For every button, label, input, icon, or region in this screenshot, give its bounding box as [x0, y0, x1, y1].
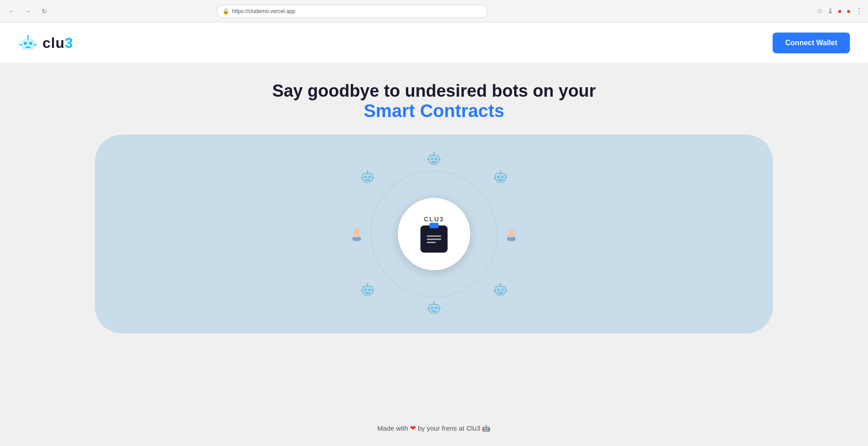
heart-icon: ❤ [410, 424, 416, 432]
connect-wallet-button[interactable]: Connect Wallet [773, 33, 850, 53]
shield-icon: 🔒 [222, 8, 229, 14]
header: clu3 Connect Wallet [0, 23, 868, 63]
svg-rect-11 [432, 161, 436, 162]
svg-rect-41 [432, 310, 436, 311]
svg-point-52 [367, 283, 368, 284]
svg-rect-48 [364, 289, 367, 291]
bookmark-icon[interactable]: ☆ [816, 7, 823, 15]
svg-rect-50 [365, 292, 370, 293]
orbit-icon-right [501, 224, 522, 244]
footer-text: Made with ❤ by your frens at Clu3 🤖 [14, 424, 854, 432]
svg-point-5 [27, 35, 29, 37]
headline-line2: Smart Contracts [272, 101, 596, 121]
back-button[interactable]: ← [5, 5, 18, 18]
svg-rect-37 [497, 294, 503, 296]
contract-icon [420, 225, 448, 253]
footer-rest: by your frens at Clu3 🤖 [418, 424, 491, 432]
svg-rect-19 [501, 176, 504, 178]
svg-rect-30 [497, 289, 500, 291]
address-bar[interactable]: 🔒 https://cludemo.vercel.app [217, 5, 488, 18]
svg-rect-2 [29, 42, 32, 45]
made-with-text: Made with [377, 424, 408, 432]
svg-rect-31 [501, 289, 504, 291]
app-container: clu3 Connect Wallet Say goodbye to undes… [0, 23, 868, 446]
logo-text: clu3 [42, 35, 73, 52]
svg-rect-9 [431, 158, 433, 160]
svg-point-22 [500, 170, 501, 171]
contract-line-2 [427, 239, 441, 240]
svg-rect-39 [431, 307, 433, 309]
svg-rect-25 [497, 181, 503, 183]
orbit-icon-top [424, 149, 444, 170]
headline: Say goodbye to undesired bots on your Sm… [272, 81, 596, 121]
svg-point-58 [353, 233, 360, 238]
svg-rect-1 [24, 42, 27, 45]
orbit-icon-top-left [357, 167, 378, 188]
svg-rect-16 [431, 163, 437, 165]
download-icon[interactable]: ⇓ [827, 7, 833, 15]
profile-icon[interactable]: ● [838, 7, 842, 15]
center-circle-label: CLU3 [424, 216, 444, 223]
orbit-icon-top-right [490, 167, 511, 188]
svg-point-64 [367, 170, 368, 171]
contract-lines [427, 235, 441, 243]
svg-rect-62 [365, 179, 370, 180]
svg-rect-3 [26, 47, 30, 48]
browser-toolbar: ☆ ⇓ ● ● ⋮ [816, 7, 863, 15]
svg-rect-60 [364, 176, 367, 178]
headline-line1: Say goodbye to undesired bots on your [272, 81, 596, 101]
svg-rect-18 [497, 176, 500, 178]
url-text: https://cludemo.vercel.app [232, 8, 295, 14]
svg-rect-55 [364, 294, 370, 296]
svg-rect-32 [498, 292, 503, 293]
extension-icon[interactable]: ● [846, 7, 851, 15]
svg-rect-46 [431, 312, 437, 314]
orbit-icon-bottom [424, 298, 444, 319]
main-content: Say goodbye to undesired bots on your Sm… [0, 63, 868, 410]
svg-rect-20 [498, 179, 503, 180]
svg-rect-10 [435, 158, 437, 160]
contract-line-1 [427, 235, 441, 237]
center-circle: CLU3 [398, 198, 470, 270]
svg-rect-49 [368, 289, 371, 291]
logo: clu3 [18, 33, 73, 53]
contract-line-3 [427, 242, 436, 243]
forward-button[interactable]: → [22, 5, 34, 18]
orbit-icon-bottom-right [490, 280, 511, 301]
svg-point-28 [508, 233, 514, 238]
diagram-container: CLU3 [357, 157, 511, 311]
svg-rect-61 [368, 176, 371, 178]
svg-point-43 [434, 301, 435, 302]
menu-icon[interactable]: ⋮ [855, 7, 863, 15]
logo-icon [18, 33, 38, 53]
reload-button[interactable]: ↻ [38, 5, 51, 18]
footer: Made with ❤ by your frens at Clu3 🤖 [0, 410, 868, 446]
svg-point-13 [434, 152, 435, 153]
svg-point-34 [500, 283, 501, 284]
diagram-section: CLU3 [95, 135, 773, 333]
orbit-icon-left [346, 224, 367, 244]
svg-rect-67 [364, 181, 370, 183]
browser-chrome: ← → ↻ 🔒 https://cludemo.vercel.app ☆ ⇓ ●… [0, 0, 868, 23]
orbit-icon-bottom-left [357, 280, 378, 301]
svg-rect-40 [435, 307, 437, 309]
